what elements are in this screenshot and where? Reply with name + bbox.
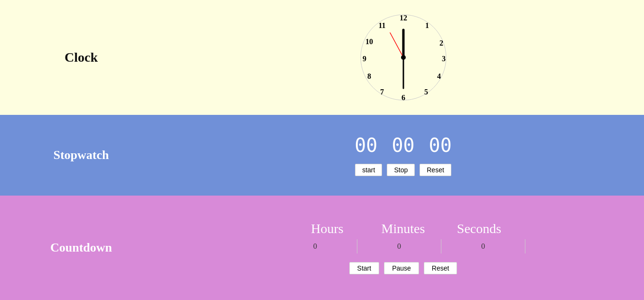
- svg-text:8: 8: [367, 72, 371, 80]
- countdown-section: Countdown Hours Minutes Seconds Start Pa…: [0, 196, 644, 300]
- stopwatch-display: 00 00 00: [355, 134, 452, 156]
- countdown-buttons: Start Pause Reset: [349, 262, 457, 274]
- svg-text:2: 2: [439, 39, 443, 47]
- countdown-pause-button[interactable]: Pause: [384, 262, 419, 274]
- svg-text:5: 5: [424, 88, 428, 96]
- svg-text:4: 4: [437, 72, 441, 80]
- svg-text:11: 11: [378, 21, 385, 29]
- clock-title: Clock: [65, 50, 98, 65]
- countdown-seconds-label: Seconds: [441, 221, 517, 236]
- countdown-hours-input[interactable]: [301, 242, 329, 251]
- countdown-content: Hours Minutes Seconds Start Pause Reset: [162, 196, 644, 300]
- countdown-title: Countdown: [50, 241, 112, 255]
- svg-text:10: 10: [365, 38, 373, 46]
- svg-point-16: [401, 55, 406, 60]
- countdown-start-button[interactable]: Start: [349, 262, 380, 274]
- stopwatch-hours: 00: [355, 134, 377, 156]
- countdown-reset-button[interactable]: Reset: [424, 262, 457, 274]
- stopwatch-seconds: 00: [429, 134, 452, 156]
- divider-1: [357, 239, 357, 253]
- svg-text:1: 1: [425, 21, 429, 29]
- countdown-inputs-row: [277, 239, 529, 253]
- svg-text:9: 9: [363, 55, 366, 63]
- stopwatch-buttons: start Stop Reset: [355, 164, 451, 176]
- countdown-hours-label: Hours: [289, 221, 365, 236]
- svg-text:12: 12: [400, 14, 407, 22]
- stopwatch-minutes: 00: [392, 134, 414, 156]
- stopwatch-title: Stopwatch: [53, 148, 109, 162]
- countdown-labels-row: Hours Minutes Seconds: [289, 221, 517, 236]
- countdown-hours-group: [277, 242, 353, 251]
- countdown-seconds-group: [445, 242, 521, 251]
- stopwatch-content: 00 00 00 start Stop Reset: [162, 115, 644, 196]
- clock-content: 12 1 2 3 4 5 6 7 8 9 10 11: [162, 0, 644, 115]
- svg-text:7: 7: [380, 88, 384, 96]
- svg-text:6: 6: [401, 94, 405, 102]
- countdown-seconds-input[interactable]: [469, 242, 497, 251]
- countdown-minutes-input[interactable]: [385, 242, 413, 251]
- divider-2: [441, 239, 441, 253]
- clock-face: 12 1 2 3 4 5 6 7 8 9 10 11: [356, 10, 451, 105]
- countdown-minutes-group: [361, 242, 437, 251]
- stopwatch-reset-button[interactable]: Reset: [420, 164, 451, 176]
- countdown-label-area: Countdown: [0, 196, 162, 300]
- divider-3: [525, 239, 525, 253]
- stopwatch-section: Stopwatch 00 00 00 start Stop Reset: [0, 115, 644, 196]
- clock-label-area: Clock: [0, 0, 162, 115]
- stopwatch-stop-button[interactable]: Stop: [387, 164, 415, 176]
- clock-section: Clock 12 1 2 3 4 5 6 7 8 9 10 11: [0, 0, 644, 115]
- countdown-minutes-label: Minutes: [365, 221, 441, 236]
- clock-svg: 12 1 2 3 4 5 6 7 8 9 10 11: [356, 10, 451, 105]
- stopwatch-start-button[interactable]: start: [355, 164, 382, 176]
- svg-text:3: 3: [442, 55, 446, 63]
- stopwatch-label-area: Stopwatch: [0, 115, 162, 196]
